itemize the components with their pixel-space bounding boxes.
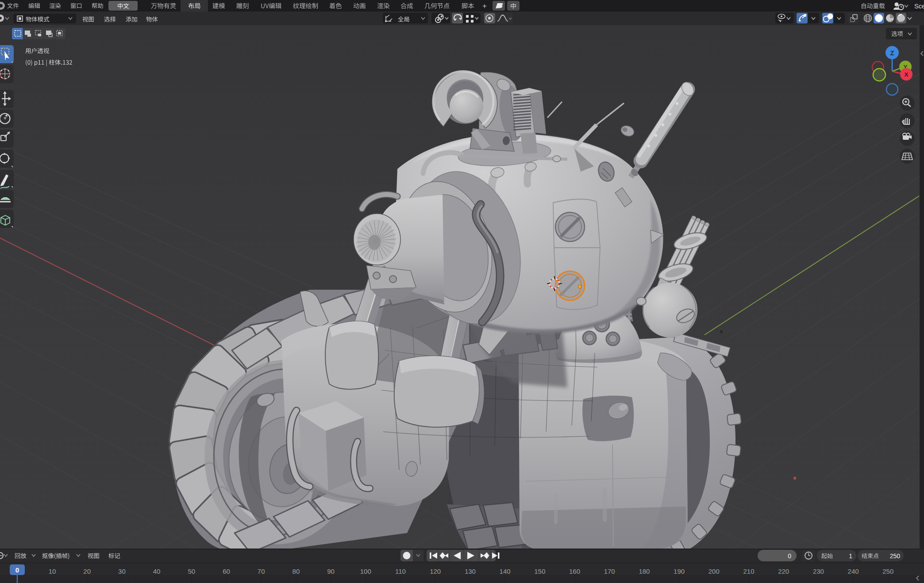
svg-text:Z: Z bbox=[890, 50, 894, 57]
svg-text:220: 220 bbox=[778, 568, 789, 575]
svg-text:90: 90 bbox=[327, 568, 335, 575]
svg-text:60: 60 bbox=[223, 568, 230, 575]
svg-text:1: 1 bbox=[849, 552, 852, 560]
svg-text:100: 100 bbox=[360, 568, 371, 575]
svg-text:180: 180 bbox=[639, 568, 650, 575]
svg-text:0: 0 bbox=[15, 566, 19, 574]
svg-text:230: 230 bbox=[813, 568, 824, 575]
svg-text:250: 250 bbox=[890, 552, 901, 560]
svg-text:40: 40 bbox=[153, 568, 161, 575]
svg-text:120: 120 bbox=[430, 568, 441, 575]
svg-text:150: 150 bbox=[534, 568, 545, 575]
svg-text:30: 30 bbox=[118, 568, 126, 575]
svg-text:160: 160 bbox=[569, 568, 580, 575]
svg-text:Sce: Sce bbox=[914, 3, 924, 10]
svg-text:200: 200 bbox=[708, 568, 720, 575]
svg-text:250: 250 bbox=[882, 568, 893, 575]
svg-text:20: 20 bbox=[83, 568, 91, 575]
svg-text:10: 10 bbox=[49, 568, 56, 575]
svg-text:50: 50 bbox=[188, 568, 195, 575]
svg-text:110: 110 bbox=[395, 568, 406, 575]
svg-text:80: 80 bbox=[293, 568, 300, 575]
svg-text:140: 140 bbox=[500, 568, 511, 575]
svg-text:240: 240 bbox=[848, 568, 859, 575]
svg-text:170: 170 bbox=[604, 568, 615, 575]
svg-text:X: X bbox=[904, 71, 908, 78]
svg-text:130: 130 bbox=[465, 568, 476, 575]
svg-text:0: 0 bbox=[788, 552, 791, 560]
svg-text:190: 190 bbox=[674, 568, 685, 575]
svg-text:210: 210 bbox=[743, 568, 754, 575]
svg-text:+: + bbox=[482, 2, 487, 10]
svg-text:70: 70 bbox=[258, 568, 265, 575]
